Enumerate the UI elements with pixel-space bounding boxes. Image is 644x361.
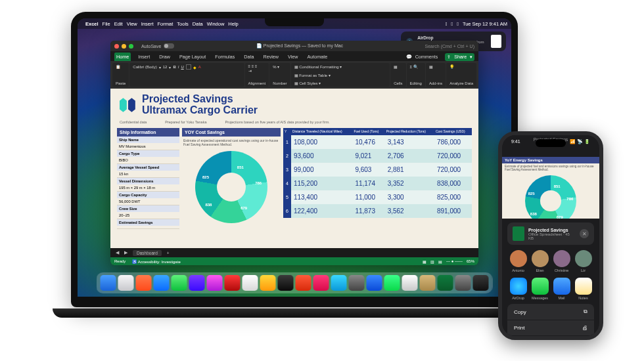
worksheet[interactable]: Projected SavingsUltramax Cargo Carrier …: [110, 89, 478, 248]
font-color-button[interactable]: A: [198, 65, 201, 69]
share-app[interactable]: Notes: [575, 278, 592, 300]
dock-app-5[interactable]: [189, 275, 205, 291]
tab-view[interactable]: View: [286, 53, 300, 61]
menu-view[interactable]: View: [127, 21, 137, 27]
table-cell: 891,000: [434, 204, 472, 218]
tab-review[interactable]: Review: [261, 53, 281, 61]
search-field[interactable]: Search (Cmd + Ctrl + U): [425, 44, 474, 49]
file-card[interactable]: Projected Savings Office Spreadsheet · 4…: [507, 223, 594, 245]
fill-color-button[interactable]: ◆: [193, 65, 196, 70]
minimize-button[interactable]: [122, 44, 126, 49]
dock-app-17[interactable]: [402, 275, 418, 291]
dock-app-15[interactable]: [367, 275, 382, 291]
zoom-slider[interactable]: — ● ——: [446, 259, 463, 263]
dock-app-20[interactable]: [455, 275, 471, 291]
share-person[interactable]: Christine: [553, 250, 570, 272]
table-cell: 6: [283, 204, 291, 218]
view-normal-button[interactable]: ▦: [423, 259, 426, 264]
share-person[interactable]: Antonio: [510, 250, 527, 272]
tab-formulas[interactable]: Formulas: [213, 53, 237, 61]
autosave-switch[interactable]: [164, 43, 174, 49]
menubar-datetime[interactable]: Tue Sep 12 9:41 AM: [463, 21, 507, 27]
table-cell: 11,873: [352, 204, 384, 218]
share-person[interactable]: Liz: [575, 250, 592, 272]
next-sheet-button[interactable]: ▶: [124, 250, 127, 255]
share-app[interactable]: AirDrop: [510, 278, 527, 300]
close-button[interactable]: ✕: [580, 229, 589, 238]
menu-file[interactable]: File: [103, 21, 110, 27]
dock-app-6[interactable]: [207, 275, 223, 291]
dock-app-18[interactable]: [420, 275, 436, 291]
sheet-tab-dashboard[interactable]: Dashboard: [133, 250, 162, 256]
menu-format[interactable]: Format: [158, 21, 173, 27]
comments-button[interactable]: 💬 Comments: [404, 53, 442, 61]
tab-draw[interactable]: Draw: [157, 53, 172, 61]
dock-app-14[interactable]: [349, 275, 365, 291]
dock-app-2[interactable]: [136, 275, 152, 291]
underline-button[interactable]: U: [181, 65, 183, 69]
wifi-icon[interactable]: 􀙇: [446, 21, 448, 27]
share-person[interactable]: Elian: [532, 250, 549, 272]
tab-pagelayout[interactable]: Page Layout: [177, 53, 208, 61]
dock-app-13[interactable]: [331, 275, 347, 291]
dock-app-9[interactable]: [260, 275, 276, 291]
print-action[interactable]: Print🖨: [507, 320, 594, 336]
share-apps-row: AirDropMessagesMailNotes: [502, 274, 599, 301]
document-icon: [491, 35, 501, 48]
view-pagelayout-button[interactable]: ▥: [430, 259, 434, 264]
bold-button[interactable]: B: [173, 65, 175, 69]
view-pagebreak-button[interactable]: ▤: [438, 259, 442, 264]
tab-home[interactable]: Home: [114, 53, 131, 61]
status-accessibility[interactable]: ♿ Accessibility: Investigate: [132, 259, 180, 264]
close-button[interactable]: [114, 44, 119, 49]
font-size[interactable]: 12: [163, 65, 168, 69]
dock-app-7[interactable]: [225, 275, 241, 291]
dock-app-19[interactable]: [438, 275, 453, 291]
dock-app-0[interactable]: [101, 275, 116, 291]
table-cell: 3,300: [385, 190, 434, 204]
dock-app-4[interactable]: [172, 275, 187, 291]
airdrop-title: AirDrop: [417, 35, 487, 40]
copy-action[interactable]: Copy⧉: [507, 304, 594, 320]
document-preview[interactable]: YoY Energy Savings Estimate of projected…: [502, 157, 599, 219]
autosave-toggle[interactable]: AutoSave: [141, 44, 161, 49]
dock-app-10[interactable]: [278, 275, 294, 291]
tab-data[interactable]: Data: [242, 53, 256, 61]
font-name[interactable]: Calibri (Body): [133, 65, 156, 69]
add-sheet-button[interactable]: +: [167, 251, 170, 255]
dock-app-3[interactable]: [154, 275, 170, 291]
table-header: Fuel Used (Tons): [352, 128, 384, 136]
menu-data[interactable]: Data: [193, 21, 203, 27]
ship-info-label: Crew Size: [117, 205, 179, 212]
dock-app-1[interactable]: [118, 275, 134, 291]
menu-window[interactable]: Window: [207, 21, 225, 27]
paste-button[interactable]: Paste: [116, 81, 126, 85]
app-name[interactable]: Excel: [85, 21, 99, 27]
menu-edit[interactable]: Edit: [114, 21, 123, 27]
dock-app-21[interactable]: [473, 275, 489, 291]
cell-styles-button[interactable]: ▦ Cell Styles ▾: [294, 81, 387, 85]
italic-button[interactable]: I: [178, 65, 179, 69]
zoom-level[interactable]: 65%: [467, 259, 474, 263]
app-icon: [553, 278, 570, 295]
format-as-table-button[interactable]: ▦ Format as Table ▾: [294, 73, 387, 77]
dock-app-12[interactable]: [313, 275, 329, 291]
border-button[interactable]: [186, 64, 191, 70]
conditional-formatting-button[interactable]: ▦ Conditional Formatting ▾: [294, 64, 387, 69]
share-app[interactable]: Mail: [553, 278, 570, 300]
menu-tools[interactable]: Tools: [177, 21, 189, 27]
prev-sheet-button[interactable]: ◀: [116, 250, 119, 255]
ship-info-label: Cargo Type: [117, 150, 179, 157]
share-app[interactable]: Messages: [532, 278, 549, 300]
tab-insert[interactable]: Insert: [136, 53, 152, 61]
dock-app-8[interactable]: [242, 275, 258, 291]
menu-help[interactable]: Help: [228, 21, 238, 27]
dock-app-16[interactable]: [384, 275, 400, 291]
control-center-icon[interactable]: 􀜊: [457, 21, 459, 27]
share-button[interactable]: ⇧ Share ▾: [445, 53, 474, 61]
menu-insert[interactable]: Insert: [141, 21, 154, 27]
tab-automate[interactable]: Automate: [306, 53, 330, 61]
dock-app-11[interactable]: [296, 275, 311, 291]
zoom-button[interactable]: [129, 44, 133, 49]
search-icon[interactable]: 􀊫: [451, 21, 453, 27]
